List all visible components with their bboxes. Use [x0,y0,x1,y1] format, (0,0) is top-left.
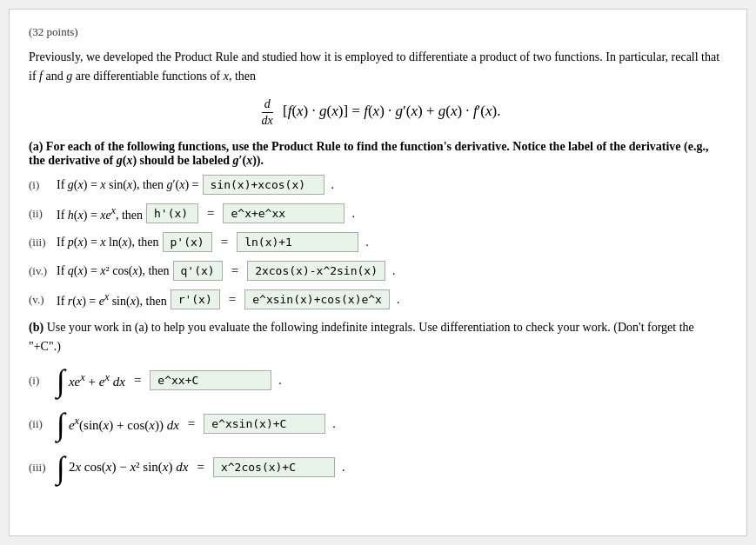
integral-ii: (ii) ∫ ex(sin(x) + cos(x)) dx = e^xsin(x… [29,409,727,440]
problem-ii-label: (ii) [29,207,53,221]
integral-iii-label: (iii) [29,461,53,475]
problem-iii-deriv[interactable]: p'(x) [163,232,212,252]
integral-i-label: (i) [29,374,53,388]
problem-iii-answer[interactable]: ln(x)+1 [237,232,358,252]
problem-v: (v.) If r(x) = ex sin(x), then r'(x) = e… [29,289,727,309]
problem-v-label: (v.) [29,293,53,307]
integral-ii-integrand: ex(sin(x) + cos(x)) dx [69,415,179,433]
page: (32 points) Previously, we developed the… [9,9,747,536]
problem-iii-label: (iii) [29,236,53,249]
problem-iv-statement: If q(x) = x² cos(x), then [57,264,170,278]
problem-iv-deriv[interactable]: q'(x) [173,261,223,281]
problem-v-answer[interactable]: e^xsin(x)+cos(x)e^x [244,289,390,309]
derivative-fraction: d dx [259,97,276,128]
problem-iv-answer[interactable]: 2xcos(x)-x^2sin(x) [247,261,385,281]
integral-ii-answer[interactable]: e^xsin(x)+C [204,414,325,434]
section-a-header: (a) For each of the following functions,… [29,140,727,168]
problem-ii-answer[interactable]: e^x+e^xx [223,203,345,223]
problem-v-statement: If r(x) = ex sin(x), then [57,291,167,309]
integral-iii-answer[interactable]: x^2cos(x)+C [213,457,335,477]
problem-iv-label: (iv.) [29,264,53,278]
problem-iv: (iv.) If q(x) = x² cos(x), then q'(x) = … [29,261,727,281]
problem-ii: (ii) If h(x) = xex, then h'(x) = e^x+e^x… [29,203,727,223]
product-rule-formula: d dx [f(x) · g(x)] = f(x) · g′(x) + g(x)… [29,97,727,128]
integral-iii: (iii) ∫ 2x cos(x) − x² sin(x) dx = x^2co… [29,452,727,483]
problem-ii-deriv[interactable]: h'(x) [146,203,198,223]
problem-i-answer[interactable]: sin(x)+xcos(x) [203,175,324,195]
points-label: (32 points) [29,25,727,39]
problem-iii: (iii) If p(x) = x ln(x), then p'(x) = ln… [29,232,727,252]
and-text: and [45,70,63,83]
problem-ii-statement: If h(x) = xex, then [57,205,143,223]
problem-v-deriv[interactable]: r'(x) [171,289,220,309]
integral-ii-label: (ii) [29,417,53,431]
integral-i-integrand: xex + ex dx [69,371,125,389]
integral-i: (i) ∫ xex + ex dx = e^xx+C . [29,365,727,396]
section-b-header: (b) Use your work in (a) to help you eva… [29,318,727,356]
problem-i: (i) If g(x) = x sin(x), then g′(x) = sin… [29,175,727,195]
integral-ii-symbol: ∫ [57,409,65,440]
integral-iii-symbol: ∫ [57,452,65,483]
integral-iii-integrand: 2x cos(x) − x² sin(x) dx [69,460,189,475]
integral-i-symbol: ∫ [57,365,65,396]
intro-paragraph: Previously, we developed the Product Rul… [29,48,727,85]
problem-i-label: (i) [29,178,53,192]
problem-i-statement: If g(x) = x sin(x), then g′(x) = [57,178,199,192]
integral-i-answer[interactable]: e^xx+C [150,370,271,390]
problem-iii-statement: If p(x) = x ln(x), then [57,236,159,249]
